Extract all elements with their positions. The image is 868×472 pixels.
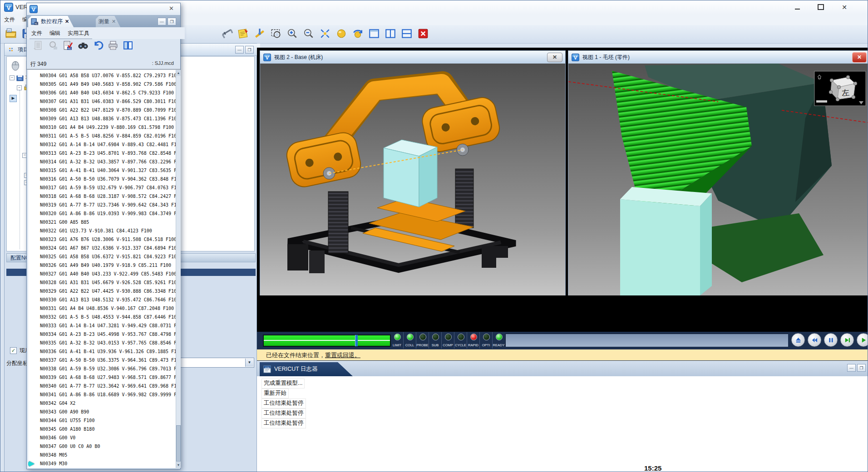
close-red-x-icon[interactable] <box>417 28 429 39</box>
close-icon[interactable]: ✕ <box>169 5 174 12</box>
pause-button[interactable] <box>824 333 838 347</box>
nc-menu-item-文件[interactable]: 文件 <box>31 30 42 37</box>
simulation-progress-bar[interactable] <box>263 334 391 347</box>
nc-code-line[interactable]: N00317 G01 A-59 B-59 U32.679 V-906.797 C… <box>28 183 176 192</box>
nc-code-line[interactable]: N00331 G01 A4 B4 U48.8536 V-940.167 C87.… <box>28 304 176 313</box>
status-light-ready[interactable]: READY <box>493 332 505 349</box>
nc-code-line[interactable]: N00339 G01 A-68 B-68 U27.9483 V-968.571 … <box>28 373 176 382</box>
play-button[interactable] <box>857 333 868 347</box>
tab-nc-program[interactable]: NC 数控程序 ✕ <box>28 16 74 27</box>
nc-code-line[interactable]: N00333 G01 A-14 B-14 U47.3281 V-949.429 … <box>28 321 176 330</box>
nc-code-line[interactable]: N00318 G01 A-68 B-68 U28.3187 V-908.572 … <box>28 192 176 201</box>
status-light-comp[interactable]: COMP <box>442 332 454 349</box>
close-button[interactable]: ✕ <box>834 1 854 13</box>
nc-code-line[interactable]: N00345 G00 A180 B180 <box>28 425 176 433</box>
nc-detach-button[interactable]: ❐ <box>168 18 176 25</box>
nc-code-line[interactable]: N00341 G01 A-86 B-86 U18.6689 V-969.982 … <box>28 390 176 399</box>
viewport-close-button[interactable]: ✕ <box>547 53 562 62</box>
status-light-cycle[interactable]: CYCLE <box>454 332 467 349</box>
nc-code-line[interactable]: N00311 G01 A-5 B-5 U48.8256 V-884.859 C8… <box>28 132 176 140</box>
nc-search-icon[interactable] <box>48 40 59 51</box>
nc-code-line[interactable]: N00344 G01 U755 F100 <box>28 416 176 425</box>
layout-vsplit-icon[interactable] <box>385 28 396 39</box>
sphere-view-icon[interactable] <box>335 28 347 39</box>
nc-code-line[interactable]: N00322 G01 U23.73 V-910.381 C84.4123 F10… <box>28 226 176 235</box>
nc-menu-item-编辑[interactable]: 编辑 <box>49 30 60 37</box>
probe-tool-icon[interactable] <box>254 28 266 39</box>
nc-code-line[interactable]: N00312 G01 A-14 B-14 U47.6984 V-889.43 C… <box>28 140 176 149</box>
nc-code-line[interactable]: N00346 G00 V0 <box>28 433 176 442</box>
nc-code-line[interactable]: N00343 G00 A90 B90 <box>28 408 176 416</box>
nc-code-line[interactable]: N00321 G00 A85 B85 <box>28 218 176 226</box>
nc-code-line[interactable]: N00304 G01 A58 B58 U37.0076 V-855.822 C7… <box>28 71 176 80</box>
progress-position-marker[interactable] <box>355 335 358 346</box>
machine-3d-view[interactable] <box>260 64 565 295</box>
nc-code-line[interactable]: N00310 G01 A4 B4 U49.2239 V-880.169 C81.… <box>28 123 176 132</box>
nc-window-titlebar[interactable]: V ✕ <box>27 3 180 15</box>
nc-code-line[interactable]: N00305 G01 A49 B49 U40.5683 V-858.902 C7… <box>28 80 176 88</box>
nc-code-line[interactable]: N00335 G01 A-32 B-32 U43.0153 V-957.765 … <box>28 339 176 347</box>
status-light-probe[interactable]: PROBE <box>416 332 429 349</box>
rewind-button[interactable] <box>808 333 821 347</box>
nc-code-line[interactable]: N00319 G01 A-77 B-77 U23.7346 V-909.642 … <box>28 201 176 209</box>
tab-close-icon[interactable]: ✕ <box>65 19 69 25</box>
nc-check-icon[interactable]: NC <box>63 40 74 51</box>
nc-code-line[interactable]: N00334 G01 A-23 B-23 U45.4998 V-953.767 … <box>28 330 176 339</box>
fit-view-icon[interactable] <box>319 28 331 39</box>
nc-code-line[interactable]: N00348 M05 <box>28 451 176 459</box>
nc-code-line[interactable]: N00325 G01 A58 B58 U36.6372 V-915.821 C8… <box>28 252 176 261</box>
scroll-down-icon[interactable]: ▼ <box>176 462 181 468</box>
nc-code-line[interactable]: N00342 G04 X2 <box>28 399 176 408</box>
nc-code-line[interactable]: N00323 G01 A76 B76 U28.3006 V-911.508 C8… <box>28 235 176 244</box>
zoom-out-icon[interactable] <box>303 28 315 39</box>
split-columns-icon[interactable] <box>123 40 133 51</box>
nc-code-line[interactable]: N00328 G01 A31 B31 U45.6679 V-926.528 C8… <box>28 278 176 287</box>
nc-code-line[interactable]: N00347 G00 U0 C0 A0 B0 <box>28 442 176 451</box>
status-light-limit[interactable]: LIMIT <box>391 332 404 349</box>
stock-3d-view[interactable]: 左 <box>568 64 868 295</box>
layout-hsplit-icon[interactable] <box>401 28 413 39</box>
nc-code-line[interactable]: N00337 G01 A-50 B-50 U36.3375 V-964.361 … <box>28 356 176 364</box>
mouse-icon[interactable] <box>10 59 21 71</box>
nc-code-line[interactable]: N00349 M30 <box>28 459 176 468</box>
nc-code-line[interactable]: N00340 G01 A-77 B-77 U23.3642 V-969.641 … <box>28 382 176 390</box>
printer-icon[interactable] <box>108 40 118 51</box>
nc-code-line[interactable]: N00332 G01 A-5 B-5 U48.4553 V-944.858 C8… <box>28 313 176 321</box>
nc-code-line[interactable]: N00338 G01 A-59 B-59 U32.3086 V-966.796 … <box>28 364 176 373</box>
edit-note-icon[interactable] <box>237 28 249 39</box>
nc-code-line[interactable]: N00306 G01 A40 B40 U43.6034 V-862.5 C79.… <box>28 88 176 97</box>
collapse-icon[interactable]: − <box>17 85 22 90</box>
nc-list-icon[interactable] <box>33 40 44 51</box>
log-minimize-button[interactable]: — <box>847 364 856 372</box>
nc-code-line[interactable]: N00336 G01 A-41 B-41 U39.936 V-961.326 C… <box>28 347 176 356</box>
tab-measure[interactable]: 测量 ✕ <box>96 16 120 27</box>
nc-code-line[interactable]: N00326 G01 A49 B49 U40.1979 V-918.9 C85.… <box>28 261 176 270</box>
status-light-sub[interactable]: SUB <box>429 332 442 349</box>
nc-code-listing[interactable]: N00304 G01 A58 B58 U37.0076 V-855.822 C7… <box>28 70 176 468</box>
scroll-up-icon[interactable]: ▲ <box>176 70 181 76</box>
nc-code-line[interactable]: N00329 G01 A22 B22 U47.4425 V-930.888 C8… <box>28 287 176 295</box>
step-end-button[interactable] <box>840 333 854 347</box>
caliper-measure-icon[interactable] <box>221 28 233 39</box>
status-light-coll[interactable]: COLL <box>404 332 416 349</box>
binoculars-icon[interactable] <box>78 40 89 51</box>
nc-code-line[interactable]: N00324 G01 A67 B67 U32.6386 V-913.337 C8… <box>28 244 176 252</box>
viewport-stock-titlebar[interactable]: V 视图 1 - 毛坯 (零件) ✕ <box>568 51 868 64</box>
nc-code-line[interactable]: N00313 G01 A-23 B-23 U45.8701 V-893.768 … <box>28 149 176 157</box>
active-checkbox[interactable]: ✓ <box>10 347 17 354</box>
panel-detach-button[interactable]: ❐ <box>245 46 254 54</box>
undo-arrow-icon[interactable] <box>93 40 104 51</box>
nc-code-line[interactable]: N00315 G01 A-41 B-41 U40.3064 V-901.327 … <box>28 166 176 175</box>
nc-code-line[interactable]: N00316 G01 A-50 B-50 U36.7079 V-904.362 … <box>28 175 176 183</box>
nc-code-line[interactable]: N00327 G01 A40 B40 U43.233 V-922.499 C85… <box>28 270 176 278</box>
zoom-in-icon[interactable] <box>286 28 298 39</box>
orientation-cube[interactable]: 左 <box>814 71 866 106</box>
status-action-link[interactable]: 重置或回退。 <box>325 352 360 359</box>
log-tab[interactable]: LOG VERICUT 日志器 <box>260 362 353 376</box>
open-folder-icon[interactable]: VC <box>5 28 17 39</box>
layout-single-icon[interactable] <box>368 28 380 39</box>
chevron-down-icon[interactable]: ▼ <box>245 359 253 367</box>
log-detach-button[interactable]: ❐ <box>857 364 866 372</box>
collapse-icon[interactable]: − <box>10 75 15 80</box>
nc-minimize-button[interactable]: — <box>158 18 166 25</box>
